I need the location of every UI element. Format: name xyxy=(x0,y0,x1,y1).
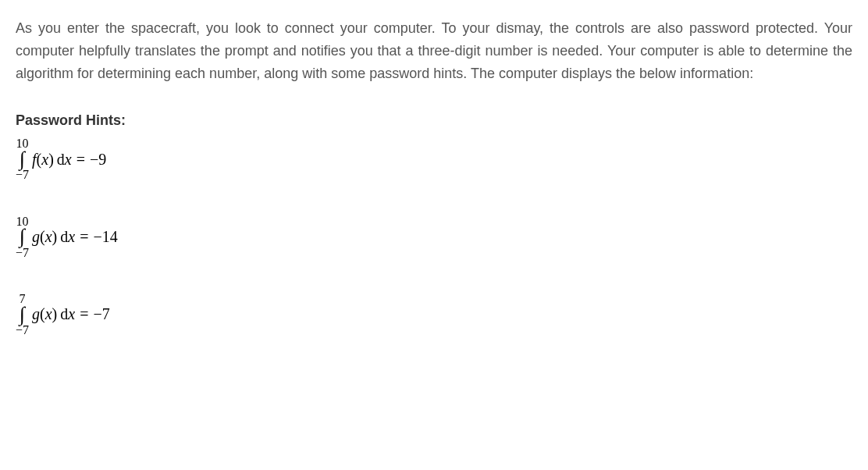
variable: x xyxy=(45,228,52,246)
integral-icon: ∫ xyxy=(20,228,25,245)
rhs-value: −14 xyxy=(93,228,117,246)
differential-d: d xyxy=(57,151,65,169)
differential-var: x xyxy=(68,228,75,246)
password-hints-title: Password Hints: xyxy=(16,112,852,129)
integrand: g ( x ) d x = −14 xyxy=(32,228,118,246)
close-paren: ) xyxy=(48,151,54,169)
integral-column: 7 ∫ −7 xyxy=(16,292,29,336)
integrand: g ( x ) d x = −7 xyxy=(32,305,110,323)
differential-var: x xyxy=(65,151,72,169)
integral-column: 10 ∫ −7 xyxy=(16,215,29,259)
lower-limit: −7 xyxy=(16,323,29,337)
equation-row: 10 ∫ −7 f ( x ) d x = −9 xyxy=(16,137,852,181)
integral-icon: ∫ xyxy=(20,306,25,323)
intro-paragraph: As you enter the spacecraft, you look to… xyxy=(16,17,852,84)
differential-d: d xyxy=(60,228,68,246)
equation-row: 10 ∫ −7 g ( x ) d x = −14 xyxy=(16,215,852,259)
variable: x xyxy=(45,305,52,323)
equals-sign: = xyxy=(80,305,88,323)
lower-limit: −7 xyxy=(16,246,29,260)
close-paren: ) xyxy=(52,228,58,246)
equation-1: 10 ∫ −7 f ( x ) d x = −9 xyxy=(16,137,852,181)
equals-sign: = xyxy=(80,228,88,246)
function-name: g xyxy=(32,228,40,246)
integrand: f ( x ) d x = −9 xyxy=(32,151,106,169)
open-paren: ( xyxy=(40,228,45,246)
function-name: g xyxy=(32,305,40,323)
integral-icon: ∫ xyxy=(20,151,25,168)
equation-row: 7 ∫ −7 g ( x ) d x = −7 xyxy=(16,292,852,336)
lower-limit: −7 xyxy=(16,168,29,182)
equation-2: 10 ∫ −7 g ( x ) d x = −14 xyxy=(16,215,852,259)
page: As you enter the spacecraft, you look to… xyxy=(0,0,868,353)
equals-sign: = xyxy=(76,151,85,169)
open-paren: ( xyxy=(40,305,45,323)
differential-var: x xyxy=(68,305,75,323)
variable: x xyxy=(41,151,48,169)
rhs-value: −9 xyxy=(90,151,106,169)
differential-d: d xyxy=(60,305,68,323)
integral-column: 10 ∫ −7 xyxy=(16,137,29,181)
rhs-value: −7 xyxy=(93,305,109,323)
equation-3: 7 ∫ −7 g ( x ) d x = −7 xyxy=(16,292,852,336)
close-paren: ) xyxy=(52,305,58,323)
